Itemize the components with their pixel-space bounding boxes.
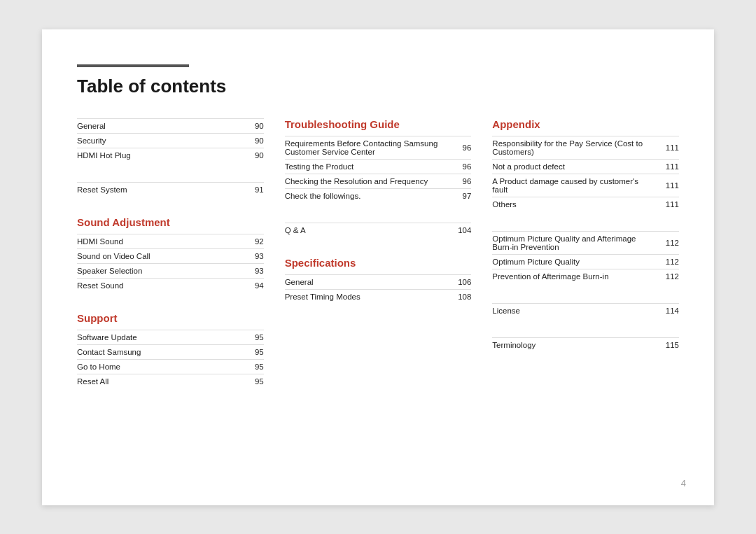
item-label: General	[285, 274, 444, 289]
table-row: Prevention of Afterimage Burn-in 112	[492, 269, 679, 283]
item-page: 93	[236, 263, 264, 278]
item-label: Q & A	[285, 223, 444, 237]
table-row: Optimum Picture Quality 112	[492, 254, 679, 269]
item-page: 90	[236, 118, 264, 133]
terminology-table: Terminology 115	[492, 337, 679, 352]
item-label: Go to Home	[77, 359, 236, 374]
table-row: Not a product defect 111	[492, 159, 679, 174]
item-label: Reset Sound	[77, 278, 236, 293]
table-row: Check the followings. 97	[285, 188, 472, 203]
section-sound-adjustment: Sound Adjustment HDMI Sound 92 Sound on …	[77, 216, 264, 293]
table-row: Reset Sound 94	[77, 278, 264, 293]
page-number: 4	[681, 478, 686, 489]
item-label: General	[77, 118, 236, 133]
item-label: Optimum Picture Quality	[492, 254, 651, 269]
table-row: Q & A 104	[285, 223, 472, 237]
item-label: Sound on Video Call	[77, 248, 236, 263]
section-specifications: Specifications General 106 Preset Timing…	[285, 257, 472, 304]
table-row: Software Update 95	[77, 330, 264, 344]
item-page: 112	[651, 254, 679, 269]
col-appendix: Appendix Responsibility for the Pay Serv…	[492, 118, 679, 408]
table-row: Testing the Product 96	[285, 159, 472, 174]
item-label: Optimum Picture Quality and Afterimage B…	[492, 231, 651, 254]
item-page: 95	[236, 359, 264, 374]
table-row: Contact Samsung 95	[77, 344, 264, 359]
item-page: 112	[651, 269, 679, 283]
table-row: Terminology 115	[492, 337, 679, 352]
item-page: 114	[651, 303, 679, 318]
item-page: 90	[236, 148, 264, 162]
item-label: License	[492, 303, 651, 318]
item-page: 92	[236, 234, 264, 248]
support-table: Software Update 95 Contact Samsung 95 Go…	[77, 330, 264, 388]
title-bar	[77, 64, 189, 67]
item-label: Reset All	[77, 374, 236, 388]
item-label: Contact Samsung	[77, 344, 236, 359]
item-page: 95	[236, 344, 264, 359]
item-label: Terminology	[492, 337, 651, 352]
col-general: General 90 Security 90 HDMI Hot Plug 90	[77, 118, 285, 408]
item-label: Preset Timing Modes	[285, 289, 444, 304]
general-table: General 90 Security 90 HDMI Hot Plug 90	[77, 118, 264, 162]
item-page: 93	[236, 248, 264, 263]
appendix-table-1: Responsibility for the Pay Service (Cost…	[492, 136, 679, 211]
section-appendix: Appendix Responsibility for the Pay Serv…	[492, 118, 679, 211]
troubleshooting-title: Troubleshooting Guide	[285, 118, 472, 130]
appendix-title: Appendix	[492, 118, 679, 130]
table-row: Checking the Resolution and Frequency 96	[285, 174, 472, 188]
table-row: Preset Timing Modes 108	[285, 289, 472, 304]
qa-table: Q & A 104	[285, 223, 472, 237]
item-page: 111	[651, 174, 679, 197]
support-title: Support	[77, 312, 264, 324]
item-page: 104	[443, 223, 471, 237]
table-row: HDMI Sound 92	[77, 234, 264, 248]
table-row: Requirements Before Contacting Samsung C…	[285, 136, 472, 159]
item-label: Checking the Resolution and Frequency	[285, 174, 444, 188]
table-row: Reset System 91	[77, 182, 264, 197]
item-page: 96	[443, 136, 471, 159]
section-reset-system: Reset System 91	[77, 182, 264, 197]
item-page: 94	[236, 278, 264, 293]
table-row: Reset All 95	[77, 374, 264, 388]
table-row: Optimum Picture Quality and Afterimage B…	[492, 231, 679, 254]
specifications-title: Specifications	[285, 257, 472, 269]
table-row: Go to Home 95	[77, 359, 264, 374]
item-page: 97	[443, 188, 471, 203]
troubleshooting-table: Requirements Before Contacting Samsung C…	[285, 136, 472, 203]
picture-quality-table: Optimum Picture Quality and Afterimage B…	[492, 231, 679, 283]
item-label: Reset System	[77, 182, 236, 197]
table-row: Sound on Video Call 93	[77, 248, 264, 263]
item-label: Not a product defect	[492, 159, 651, 174]
item-label: Speaker Selection	[77, 263, 236, 278]
item-label: Others	[492, 197, 651, 211]
table-row: Others 111	[492, 197, 679, 211]
item-label: Check the followings.	[285, 188, 444, 203]
item-label: HDMI Hot Plug	[77, 148, 236, 162]
section-general: General 90 Security 90 HDMI Hot Plug 90	[77, 118, 264, 162]
item-page: 115	[651, 337, 679, 352]
item-page: 112	[651, 231, 679, 254]
section-qa: Q & A 104	[285, 223, 472, 237]
item-page: 96	[443, 174, 471, 188]
reset-system-table: Reset System 91	[77, 182, 264, 197]
section-license: License 114	[492, 303, 679, 318]
item-label: Testing the Product	[285, 159, 444, 174]
table-row: License 114	[492, 303, 679, 318]
item-label: Security	[77, 133, 236, 148]
item-page: 108	[443, 289, 471, 304]
table-row: Security 90	[77, 133, 264, 148]
columns: General 90 Security 90 HDMI Hot Plug 90	[77, 118, 679, 408]
table-row: Responsibility for the Pay Service (Cost…	[492, 136, 679, 159]
sound-adjustment-table: HDMI Sound 92 Sound on Video Call 93 Spe…	[77, 234, 264, 293]
item-label: Requirements Before Contacting Samsung C…	[285, 136, 444, 159]
specifications-table: General 106 Preset Timing Modes 108	[285, 274, 472, 304]
item-page: 90	[236, 133, 264, 148]
item-page: 95	[236, 374, 264, 388]
col-troubleshooting: Troubleshooting Guide Requirements Befor…	[285, 118, 493, 408]
item-label: HDMI Sound	[77, 234, 236, 248]
item-page: 95	[236, 330, 264, 344]
item-page: 106	[443, 274, 471, 289]
section-support: Support Software Update 95 Contact Samsu…	[77, 312, 264, 388]
section-troubleshooting: Troubleshooting Guide Requirements Befor…	[285, 118, 472, 203]
item-page: 111	[651, 159, 679, 174]
